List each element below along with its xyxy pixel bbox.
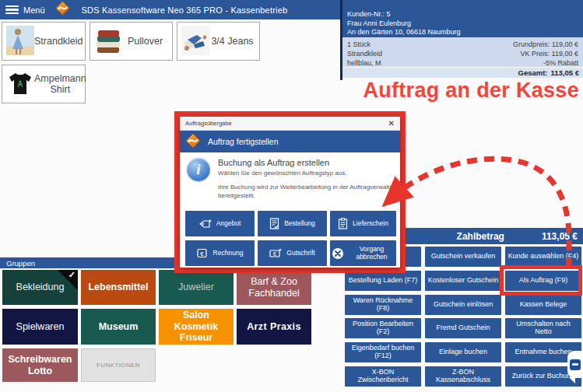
item-quantity: 1 Stück xyxy=(347,40,382,49)
function-button-zbon[interactable]: Z-BON Kassenabschluss xyxy=(425,366,501,387)
group-tile-barf-zoo[interactable]: Barf & Zoo Fachhandel xyxy=(237,270,311,305)
group-tile-museum[interactable]: Museum xyxy=(81,309,156,345)
annotation-headline: Auftrag an der Kasse xyxy=(363,79,579,103)
item-sale-price: VK Preis: 119,00 € xyxy=(513,49,578,58)
function-button-eigenbedarf-buchen[interactable]: Eigenbedarf buchen (F12) xyxy=(345,342,421,362)
function-button-position-bearbeiten[interactable]: Position Bearbeiten (F2) xyxy=(345,318,421,338)
function-button-umschalten-netto[interactable]: Umschalten nach Netto xyxy=(505,318,581,338)
button-label: Rechnung xyxy=(213,250,244,257)
total-label: Gesamt: xyxy=(518,68,548,77)
dialog-header: Auftrag fertigstellen xyxy=(180,131,400,152)
customer-panel: Kunden-Nr.: 5 Frau Anni Eulenburg An den… xyxy=(340,0,583,80)
cancel-circle-icon xyxy=(332,247,344,260)
support-bubble-tab[interactable] xyxy=(567,351,583,378)
function-button-bestellung-laden[interactable]: Bestellung Laden (F7) xyxy=(345,271,421,291)
checkmark-icon: ✓ xyxy=(68,270,76,280)
receipt-item-row[interactable]: 1 Stück Strandkleid hellblau, M Grundpre… xyxy=(342,37,583,67)
group-tile-schreibwaren-lotto[interactable]: Schreibwaren Lotto xyxy=(2,348,78,382)
lieferschein-button[interactable]: Lieferschein xyxy=(330,211,396,236)
hamburger-menu-icon[interactable] xyxy=(5,5,19,14)
customer-address: An den Gärten 10, 06618 Naumburg xyxy=(347,28,578,37)
group-label: Juwelier xyxy=(178,282,214,292)
product-tile-34-jeans[interactable]: 3/4 Jeans xyxy=(177,22,260,61)
button-label: Bestellung xyxy=(284,220,315,228)
group-tile-bekleidung[interactable]: Bekleidung ✓ xyxy=(2,270,78,305)
function-button-xbon[interactable]: X-BON Zwischenbericht xyxy=(345,366,421,387)
item-base-price: Grundpreis: 119,00 € xyxy=(513,40,578,49)
group-label: Salon Kosmetik Friseur xyxy=(160,310,232,343)
product-label: Strandkleid xyxy=(34,36,83,47)
function-button-kunde-auswaehlen[interactable]: Kunde auswählen (F4) xyxy=(505,247,581,267)
function-button-kassen-belege[interactable]: Kassen Belege xyxy=(505,295,581,315)
close-icon[interactable]: ✕ xyxy=(388,120,395,128)
product-tile-ampelmann-shirt[interactable]: Ampelmann Shirt xyxy=(2,65,86,103)
sds-logo-icon xyxy=(185,133,201,150)
menu-button[interactable]: Menü xyxy=(23,5,45,15)
product-label: Ampelmann Shirt xyxy=(34,73,86,96)
svg-text:€: € xyxy=(273,251,276,257)
svg-text:€: € xyxy=(200,250,204,257)
group-label: Barf & Zoo Fachhandel xyxy=(238,276,310,299)
total-amount: 113,05 € xyxy=(551,68,579,77)
group-label: Spielwaren xyxy=(16,321,65,332)
gutschrift-button[interactable]: € Gutschrift xyxy=(258,240,327,266)
function-button-kostenloser-gutschein[interactable]: Kostenloser Gutschein xyxy=(425,271,501,291)
minimize-bubble-icon xyxy=(570,359,581,370)
function-button-als-auftrag[interactable]: Als Auftrag (F9) xyxy=(505,271,581,291)
product-tile-pullover[interactable]: Pullover xyxy=(90,22,173,61)
function-button-fremd-gutschein[interactable]: Fremd Gutschein xyxy=(425,318,501,338)
dialog-message-line1: Wählen Sie den gewünschten Auftragstyp a… xyxy=(218,170,403,177)
dialog-message-title: Buchung als Auftrag erstellen xyxy=(218,158,403,167)
button-label: Gutschrift xyxy=(286,250,314,257)
bestellung-button[interactable]: Bestellung xyxy=(258,211,327,236)
button-label: Angebot xyxy=(216,220,241,228)
black-tshirt-image xyxy=(6,68,34,100)
banknote-icon: € xyxy=(269,248,282,258)
button-label: Vorgang abbrechen xyxy=(349,246,395,261)
angebot-button[interactable]: Angebot xyxy=(185,211,255,236)
product-label: 3/4 Jeans xyxy=(209,36,255,47)
auftragsuebergabe-dialog: Auftragsübergabe ✕ Auftrag fertigstellen… xyxy=(180,117,400,268)
item-discount: -5% Rabatt xyxy=(513,58,578,68)
window-title: SDS Kassensoftware Neo 365 PRO - Kassenb… xyxy=(82,5,288,15)
order-document-icon xyxy=(269,218,279,229)
button-label: Lieferschein xyxy=(353,220,388,228)
dialog-header-title: Auftrag fertigstellen xyxy=(208,137,278,146)
group-label: Lebensmittel xyxy=(88,282,148,292)
dialog-titlebar: Auftragsübergabe ✕ xyxy=(180,117,400,131)
item-article: Strandkleid xyxy=(347,49,382,58)
item-variant: hellblau, M xyxy=(347,58,382,68)
group-label: FUNKTIONEN xyxy=(97,362,140,369)
receipt-total-row: Gesamt: 113,05 € xyxy=(342,68,583,78)
product-label: Pullover xyxy=(122,36,168,47)
group-tile-juwelier[interactable]: Juwelier xyxy=(159,270,234,305)
rechnung-button[interactable]: € Rechnung xyxy=(185,240,255,266)
vorgang-abbrechen-button[interactable]: Vorgang abbrechen xyxy=(330,240,396,266)
sweater-stack-image xyxy=(94,26,122,58)
function-button-einlage-buchen[interactable]: Einlage buchen xyxy=(425,342,501,362)
group-label: Museum xyxy=(99,321,139,332)
groups-header-label: Gruppen xyxy=(6,259,35,268)
customer-name: Frau Anni Eulenburg xyxy=(347,19,578,29)
euro-invoice-icon: € xyxy=(197,248,209,258)
price-tag-icon xyxy=(199,219,212,229)
function-button-gutschein-einloesen[interactable]: Gutschein einlösen xyxy=(425,295,501,315)
dialog-message-line2: Ihre Buchung wird zur Weiterbearbeitung … xyxy=(218,184,403,201)
product-tile-strandkleid[interactable]: Strandkleid xyxy=(2,22,86,61)
functions-button[interactable]: FUNKTIONEN xyxy=(81,348,156,382)
group-label: Schreibwaren Lotto xyxy=(4,354,76,376)
clipboard-icon xyxy=(338,218,348,229)
group-tile-arzt-praxis[interactable]: Arzt Praxis xyxy=(237,309,311,345)
group-label: Arzt Praxis xyxy=(247,321,301,332)
group-tile-lebensmittel[interactable]: Lebensmittel xyxy=(81,270,156,305)
dialog-title: Auftragsübergabe xyxy=(185,120,232,127)
customer-header: Kunden-Nr.: 5 Frau Anni Eulenburg An den… xyxy=(342,0,583,37)
function-button-waren-ruecknahme[interactable]: Waren Rücknahme (F8) xyxy=(345,295,421,315)
function-button-gutschein-verkaufen[interactable]: Gutschein verkaufen xyxy=(425,247,501,267)
group-tile-spielwaren[interactable]: Spielwaren xyxy=(2,309,78,345)
jeans-image xyxy=(181,26,209,58)
payment-amount: 113,05 € xyxy=(542,231,578,242)
group-tile-salon-kosmetik[interactable]: Salon Kosmetik Friseur xyxy=(159,309,234,345)
dialog-body: i Buchung als Auftrag erstellen Wählen S… xyxy=(180,152,400,201)
annotation-frame: Auftragsübergabe ✕ Auftrag fertigstellen… xyxy=(174,111,406,273)
